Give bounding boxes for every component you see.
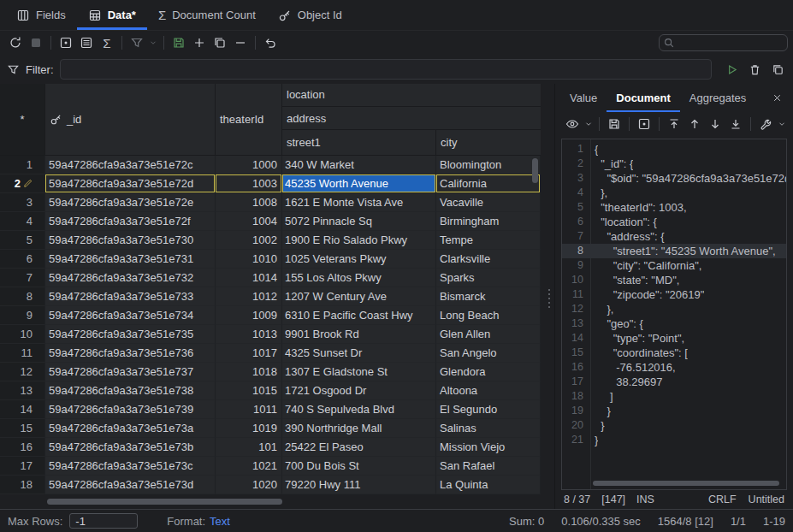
filter-input[interactable]	[60, 59, 713, 80]
cell-theater-id[interactable]: 1008	[216, 193, 282, 212]
delete-row-button[interactable]	[230, 33, 251, 52]
cell-city[interactable]: San Angelo	[436, 344, 541, 363]
cell-street1[interactable]: 5072 Pinnacle Sq	[282, 212, 436, 231]
cell-theater-id[interactable]: 1019	[216, 419, 282, 438]
cell-street1[interactable]: 4325 Sunset Dr	[282, 344, 436, 363]
cell-street1[interactable]: 390 Northridge Mall	[282, 419, 436, 438]
cell-city[interactable]: Glendora	[436, 363, 541, 381]
previous-row-button[interactable]	[684, 115, 705, 133]
cell-city[interactable]: Tempe	[436, 231, 541, 250]
duplicate-row-button[interactable]	[210, 33, 230, 52]
view-mode-button[interactable]	[562, 115, 583, 133]
tab-object-id[interactable]: Object Id	[267, 0, 353, 30]
cell-id[interactable]: 59a47286cfa9a3a73e51e730	[45, 231, 216, 250]
format-value-link[interactable]: Text	[210, 515, 230, 528]
cell-theater-id[interactable]: 1014	[216, 269, 282, 287]
row-number[interactable]: 1	[0, 156, 45, 174]
editor-line[interactable]: 20 }	[562, 418, 786, 433]
last-row-button[interactable]	[725, 115, 746, 133]
cell-theater-id[interactable]: 1000	[216, 156, 282, 174]
tab-fields[interactable]: Fields	[5, 0, 77, 30]
cell-theater-id[interactable]: 1010	[216, 250, 282, 269]
cell-id[interactable]: 59a47286cfa9a3a73e51e737	[45, 363, 216, 381]
tab-document-count[interactable]: Σ Document Count	[147, 0, 267, 30]
editor-line[interactable]: 4 },	[562, 186, 786, 200]
cell-id[interactable]: 59a47286cfa9a3a73e51e73a	[45, 419, 216, 438]
cell-id[interactable]: 59a47286cfa9a3a73e51e72c	[45, 156, 216, 174]
cell-id[interactable]: 59a47286cfa9a3a73e51e72e	[45, 193, 216, 212]
editor-line[interactable]: 12 },	[562, 302, 786, 316]
settings-button[interactable]	[755, 115, 776, 133]
record-view-button[interactable]	[634, 115, 654, 133]
cell-theater-id[interactable]: 1002	[216, 231, 282, 250]
cell-street1[interactable]: 1900 E Rio Salado Pkwy	[282, 231, 436, 250]
cell-city[interactable]: Vacaville	[436, 193, 541, 212]
row-number[interactable]: 18	[0, 476, 45, 494]
cell-city[interactable]: Clarksville	[436, 250, 541, 269]
run-filter-button[interactable]	[723, 61, 740, 78]
cell-city[interactable]: Birmingham	[436, 212, 541, 231]
row-number[interactable]: 4	[0, 212, 45, 231]
cell-street1[interactable]: 79220 Hwy 111	[282, 476, 436, 494]
cell-theater-id[interactable]: 1015	[216, 381, 282, 400]
cell-street1[interactable]: 1307 E Gladstone St	[282, 363, 436, 381]
editor-line[interactable]: 8 "street1": "45235 Worth Avenue",	[562, 244, 786, 258]
editor-line[interactable]: 21}	[562, 433, 786, 447]
vertical-scrollbar-thumb[interactable]	[532, 158, 538, 183]
cell-theater-id[interactable]: 1021	[216, 457, 282, 476]
editor-line[interactable]: 14 "type": "Point",	[562, 331, 786, 346]
cell-street1[interactable]: 1025 Veterans Pkwy	[282, 250, 436, 269]
editor-line[interactable]: 18 ]	[562, 389, 786, 404]
editor-line[interactable]: 17 38.29697	[562, 375, 786, 389]
editor-line[interactable]: 19 }	[562, 404, 786, 418]
column-header-id[interactable]: _id	[45, 84, 216, 155]
cell-theater-id[interactable]: 101	[216, 438, 282, 457]
row-number[interactable]: 13	[0, 381, 45, 400]
cell-id[interactable]: 59a47286cfa9a3a73e51e735	[45, 325, 216, 344]
cell-theater-id[interactable]: 1012	[216, 287, 282, 306]
row-number[interactable]: 9	[0, 306, 45, 325]
cell-street1[interactable]: 1621 E Monte Vista Ave	[282, 193, 436, 212]
cell-street1[interactable]: 1207 W Century Ave	[282, 287, 436, 306]
column-header-star[interactable]: *	[0, 84, 45, 155]
editor-line[interactable]: 5 "theaterId": 1003,	[562, 200, 786, 215]
cell-id[interactable]: 59a47286cfa9a3a73e51e731	[45, 250, 216, 269]
cell-city[interactable]: California	[436, 174, 541, 193]
cell-id[interactable]: 59a47286cfa9a3a73e51e73b	[45, 438, 216, 457]
row-number[interactable]: 12	[0, 363, 45, 381]
cell-street1[interactable]: 45235 Worth Avenue	[282, 174, 436, 193]
row-number[interactable]: 14	[0, 400, 45, 419]
view-mode-dropdown[interactable]	[583, 115, 595, 133]
cell-city[interactable]: Glen Allen	[436, 325, 541, 344]
table-search-field[interactable]	[659, 34, 788, 51]
row-number[interactable]: 5	[0, 231, 45, 250]
add-row-button[interactable]	[189, 33, 210, 52]
filter-button[interactable]	[127, 33, 147, 52]
row-number[interactable]: 3	[0, 193, 45, 212]
cell-city[interactable]: Mission Viejo	[436, 438, 541, 457]
next-row-button[interactable]	[705, 115, 725, 133]
cell-id[interactable]: 59a47286cfa9a3a73e51e734	[45, 306, 216, 325]
document-editor[interactable]: 1{2 "_id": {3 "$oid": "59a47286cfa9a3a73…	[561, 139, 787, 490]
undo-button[interactable]	[260, 33, 281, 52]
save-changes-button[interactable]	[169, 33, 189, 52]
cell-theater-id[interactable]: 1013	[216, 325, 282, 344]
editor-line[interactable]: 3 "$oid": "59a47286cfa9a3a73e51e72d"	[562, 171, 786, 186]
cell-city[interactable]: Salinas	[436, 419, 541, 438]
cell-city[interactable]: El Segundo	[436, 400, 541, 419]
cell-city[interactable]: San Rafael	[436, 457, 541, 476]
cell-id[interactable]: 59a47286cfa9a3a73e51e73c	[45, 457, 216, 476]
row-number[interactable]: 8	[0, 287, 45, 306]
refresh-button[interactable]	[5, 33, 26, 52]
max-rows-input[interactable]	[69, 513, 138, 529]
row-number[interactable]: 16	[0, 438, 45, 457]
cell-id[interactable]: 59a47286cfa9a3a73e51e72f	[45, 212, 216, 231]
cell-city[interactable]: La Quinta	[436, 476, 541, 494]
cell-street1[interactable]: 25422 El Paseo	[282, 438, 436, 457]
cell-id[interactable]: 59a47286cfa9a3a73e51e736	[45, 344, 216, 363]
tab-document[interactable]: Document	[607, 84, 680, 112]
splitter-grip[interactable]	[548, 289, 550, 308]
first-row-button[interactable]	[664, 115, 684, 133]
single-record-view-button[interactable]	[56, 33, 76, 52]
aggregate-button[interactable]: Σ	[97, 33, 117, 52]
